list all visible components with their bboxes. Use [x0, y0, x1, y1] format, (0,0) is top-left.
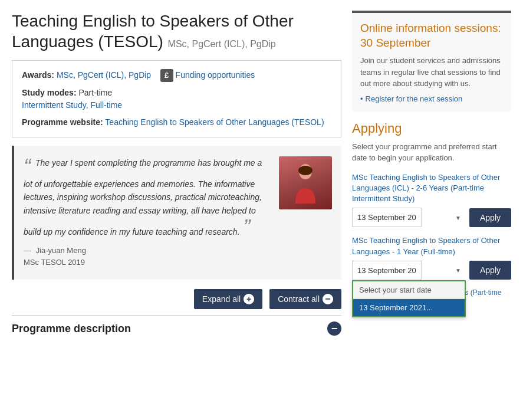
program1-apply-row: 13 September 20 Apply	[352, 208, 511, 227]
expand-contract-bar: Expand all + Contract all −	[12, 289, 341, 309]
program1-apply-button[interactable]: Apply	[469, 208, 511, 227]
date-dropdown-popup: Select your start date 13 September 2021…	[352, 280, 466, 317]
study-modes-label: Study modes:	[22, 88, 77, 97]
quote-image	[279, 156, 332, 209]
applying-title: Applying	[352, 121, 511, 136]
sidebar: Online information sessions: 30 Septembe…	[352, 11, 511, 342]
program1-date-wrapper: 13 September 20	[352, 208, 466, 227]
quote-box: “ The year I spent completing the progra…	[12, 146, 341, 280]
expand-icon: +	[244, 294, 254, 304]
register-link[interactable]: Register for the next session	[360, 94, 503, 103]
page-subtitle: MSc, PgCert (ICL), PgDip	[168, 39, 276, 49]
program2-label: MSc Teaching English to Speakers of Othe…	[352, 235, 511, 257]
program1-label: MSc Teaching English to Speakers of Othe…	[352, 172, 511, 205]
contract-icon: −	[323, 294, 333, 304]
quote-text: “ The year I spent completing the progra…	[24, 156, 271, 269]
study-modes-value: Part-time	[78, 88, 112, 97]
study-modes-row: Study modes: Part-time Intermittent Stud…	[22, 87, 331, 111]
programme-description-title: Programme description	[12, 323, 131, 335]
expand-all-label: Expand all	[202, 294, 241, 304]
programme-description-toggle[interactable]: −	[327, 321, 341, 336]
applying-description: Select your programme and preferred star…	[352, 141, 511, 164]
programme-description-section: Programme description −	[12, 315, 341, 342]
info-sessions-box: Online information sessions: 30 Septembe…	[352, 11, 511, 111]
study-modes-links[interactable]: Intermittent Study, Full-time	[22, 100, 122, 110]
pound-icon: £	[160, 69, 173, 82]
quote-attribution: — Jia-yuan Meng MSc TESOL 2019	[24, 245, 271, 270]
funding-opportunities-link[interactable]: Funding opportunities	[176, 69, 255, 82]
info-sessions-text: Join our student services and admissions…	[360, 55, 503, 90]
contract-all-label: Contract all	[278, 294, 320, 304]
programme-website-row: Programme website: Teaching English to S…	[22, 116, 331, 129]
awards-link[interactable]: MSc, PgCert (ICL), PgDip	[57, 70, 151, 80]
programme-website-link[interactable]: Teaching English to Speakers of Other La…	[105, 117, 324, 127]
awards-row: Awards: MSc, PgCert (ICL), PgDip £ Fundi…	[22, 69, 331, 82]
person-silhouette-icon	[291, 162, 320, 204]
contract-all-button[interactable]: Contract all −	[269, 289, 341, 309]
svg-point-1	[298, 166, 313, 175]
quote-author: Jia-yuan Meng	[36, 246, 86, 255]
program1-date-select[interactable]: 13 September 20	[352, 208, 422, 227]
program2-date-select[interactable]: 13 September 20	[352, 261, 422, 280]
quote-title: MSc TESOL 2019	[24, 258, 85, 267]
page-title: Teaching English to Speakers of Other La…	[12, 11, 341, 52]
quote-close-mark: ”	[243, 215, 250, 239]
applying-section: Applying Select your programme and prefe…	[352, 121, 511, 307]
dropdown-option-1[interactable]: 13 September 2021...	[353, 299, 465, 316]
main-content: Teaching English to Speakers of Other La…	[12, 11, 341, 342]
program2-apply-row: 13 September 20 Select your start date 1…	[352, 261, 511, 280]
program2-date-wrapper: 13 September 20 Select your start date 1…	[352, 261, 466, 280]
program2-apply-button[interactable]: Apply	[469, 261, 511, 280]
info-box: Awards: MSc, PgCert (ICL), PgDip £ Fundi…	[12, 60, 341, 137]
programme-website-label: Programme website:	[22, 117, 103, 127]
quote-open-mark: “	[24, 155, 31, 179]
expand-all-button[interactable]: Expand all +	[194, 289, 262, 309]
dropdown-header: Select your start date	[353, 281, 465, 299]
info-sessions-title: Online information sessions: 30 Septembe…	[360, 21, 503, 50]
awards-value: MSc, PgCert (ICL), PgDip	[57, 69, 151, 82]
awards-label: Awards:	[22, 69, 54, 82]
